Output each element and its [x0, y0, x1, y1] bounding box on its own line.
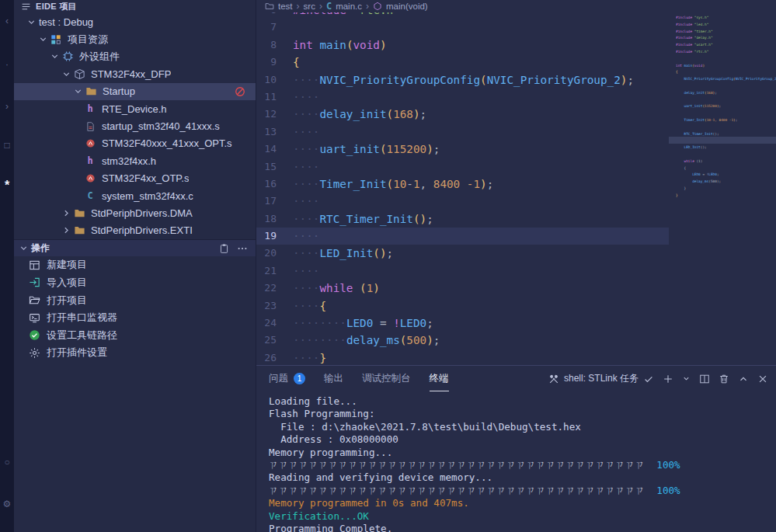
code-line-21[interactable]: 21····	[256, 263, 669, 280]
code-line-24[interactable]: 24········LED0 = !LED0;	[256, 315, 669, 332]
tree-item-test-debug[interactable]: test : Debug	[14, 13, 256, 30]
line-number[interactable]: 13	[256, 123, 277, 141]
eide-activity-icon[interactable]: *	[0, 180, 14, 191]
account-activity-icon[interactable]: ○	[0, 457, 14, 468]
code-line-22[interactable]: 22····while (1)	[256, 280, 669, 297]
code-line-26[interactable]: 26····}	[256, 349, 669, 365]
tree-item-system-c[interactable]: Csystem_stm32f4xx.c	[14, 187, 256, 204]
op-set-toolchain-path[interactable]: 设置工具链路径	[14, 326, 256, 344]
extensions-activity-icon[interactable]: □	[0, 140, 14, 151]
line-number[interactable]: 23	[256, 297, 277, 315]
tree-item-project-resources[interactable]: 项目资源	[14, 30, 256, 47]
panel-tab-label: 问题	[269, 372, 288, 385]
code-line-17[interactable]: 17····	[256, 193, 669, 210]
tree-item-rte-device-h[interactable]: hRTE_Device.h	[14, 100, 256, 117]
panel-tab-label: 输出	[324, 372, 343, 385]
chevron-down-icon[interactable]	[71, 85, 84, 98]
breadcrumb-main-c[interactable]: main.c	[336, 2, 362, 11]
kill-terminal-button[interactable]	[719, 374, 729, 384]
tree-item-stdperiph-exti[interactable]: StdPeriphDrivers.EXTI	[14, 222, 256, 239]
tree-item-stdperiph-dma[interactable]: StdPeriphDrivers.DMA	[14, 204, 256, 221]
chevron-right-icon[interactable]	[60, 207, 72, 219]
code-line-6[interactable]: 6#include "rtc.h"	[256, 12, 669, 19]
tree-item-startup-s[interactable]: startup_stm32f40_41xxx.s	[14, 117, 256, 134]
tree-item-stm32f4xx-h[interactable]: hstm32f4xx.h	[14, 152, 256, 169]
code-line-18[interactable]: 18····RTC_Timer_Init();	[256, 210, 669, 228]
line-number[interactable]: 15	[256, 158, 277, 176]
line-number[interactable]: 9	[256, 54, 277, 71]
chevron-down-icon[interactable]	[37, 33, 49, 46]
code-line-14[interactable]: 14····uart_init(115200);	[256, 141, 669, 158]
line-number[interactable]: 24	[256, 315, 277, 332]
breadcrumb-main-void[interactable]: main(void)	[386, 2, 428, 11]
tree-item-startup[interactable]: Startup	[14, 83, 256, 100]
split-terminal-button[interactable]	[699, 374, 710, 384]
code-line-9[interactable]: 9{	[256, 54, 669, 71]
chevron-right-icon[interactable]	[60, 224, 72, 237]
line-number[interactable]: 17	[256, 193, 277, 210]
code-line-16[interactable]: 16····Timer_Init(10-1, 8400 -1);	[256, 176, 669, 193]
code-line-15[interactable]: 15····	[256, 158, 669, 176]
op-open-project[interactable]: 打开项目	[14, 291, 256, 309]
tree-item-opt-s[interactable]: STM32F40xxx_41xxx_OPT.s	[14, 135, 256, 152]
chevron-down-icon[interactable]	[25, 16, 37, 28]
code-line-8[interactable]: 8int main(void)	[256, 37, 669, 54]
line-number[interactable]: 25	[256, 332, 277, 349]
code-editor[interactable]: 6#include "rtc.h"78int main(void)9{10···…	[256, 12, 776, 365]
line-number[interactable]: 6	[256, 12, 277, 19]
settings-activity-icon[interactable]: ⚙	[0, 499, 14, 509]
panel-tab-output[interactable]: 输出	[324, 366, 343, 391]
terminal-dropdown-chevron[interactable]	[682, 374, 691, 383]
clipboard-icon[interactable]	[219, 243, 229, 254]
code-line-25[interactable]: 25········delay_ms(500);	[256, 332, 669, 349]
terminal-output[interactable]: Loading file...Flash Programming: File :…	[256, 391, 776, 532]
chevron-down-icon[interactable]	[60, 68, 72, 80]
breadcrumb-src[interactable]: src	[304, 2, 315, 11]
maximize-panel-button[interactable]	[738, 374, 749, 384]
line-number[interactable]: 19	[256, 228, 277, 245]
line-number[interactable]: 18	[256, 210, 277, 228]
code-line-23[interactable]: 23····{	[256, 297, 669, 315]
line-number[interactable]: 7	[256, 19, 277, 36]
tree-item-otp-s[interactable]: STM32F4xx_OTP.s	[14, 170, 256, 187]
tree-item-stm32f4xx-dfp[interactable]: STM32F4xx_DFP	[14, 65, 256, 82]
line-number[interactable]: 21	[256, 263, 277, 280]
code-line-7[interactable]: 7	[256, 19, 669, 36]
code-line-20[interactable]: 20····LED_Init();	[256, 245, 669, 262]
new-terminal-button[interactable]	[663, 374, 673, 384]
code-line-12[interactable]: 12····delay_init(168);	[256, 106, 669, 123]
line-number[interactable]: 22	[256, 280, 277, 297]
line-number[interactable]: 26	[256, 349, 277, 365]
dot-activity-icon[interactable]: ·	[0, 59, 14, 70]
op-open-serial-monitor[interactable]: 打开串口监视器	[14, 309, 256, 327]
line-number[interactable]: 11	[256, 89, 277, 106]
line-number[interactable]: 10	[256, 71, 277, 89]
run-activity-icon[interactable]: ›	[0, 101, 14, 112]
breadcrumb-test[interactable]: test	[278, 2, 293, 11]
panel-tab-debug-console[interactable]: 调试控制台	[362, 366, 411, 391]
close-panel-button[interactable]	[757, 374, 768, 384]
line-number[interactable]: 16	[256, 176, 277, 193]
code-line-10[interactable]: 10····NVIC_PriorityGroupConfig(NVIC_Prio…	[256, 71, 669, 89]
line-number[interactable]: 8	[256, 37, 277, 54]
panel-tab-problems[interactable]: 问题1	[269, 366, 305, 391]
line-number[interactable]: 12	[256, 106, 277, 123]
code-line-19[interactable]: 19····	[256, 228, 669, 245]
code-line-11[interactable]: 11····	[256, 89, 669, 106]
chevron-down-icon[interactable]	[48, 50, 61, 63]
terminal-line: Memory programming...	[269, 447, 776, 459]
operations-header[interactable]: 操作	[14, 239, 256, 256]
terminal-line: Loading file...	[269, 395, 776, 408]
more-actions-icon[interactable]	[237, 243, 248, 254]
op-open-plugin-settings[interactable]: 打开插件设置	[14, 344, 256, 362]
line-number[interactable]: 20	[256, 245, 277, 262]
chat-activity-icon[interactable]: ‹	[0, 16, 14, 26]
op-import-project[interactable]: 导入项目	[14, 274, 256, 292]
panel-tab-terminal[interactable]: 终端	[430, 366, 449, 391]
op-new-project[interactable]: 新建项目	[14, 256, 256, 274]
terminal-task-selector[interactable]: shell: STLink 任务	[548, 372, 654, 385]
minimap[interactable]: #include "sys.h"#include "led.h"#include…	[669, 12, 776, 365]
tree-item-peripheral-components[interactable]: 外设组件	[14, 48, 256, 65]
line-number[interactable]: 14	[256, 141, 277, 158]
code-line-13[interactable]: 13····	[256, 123, 669, 141]
